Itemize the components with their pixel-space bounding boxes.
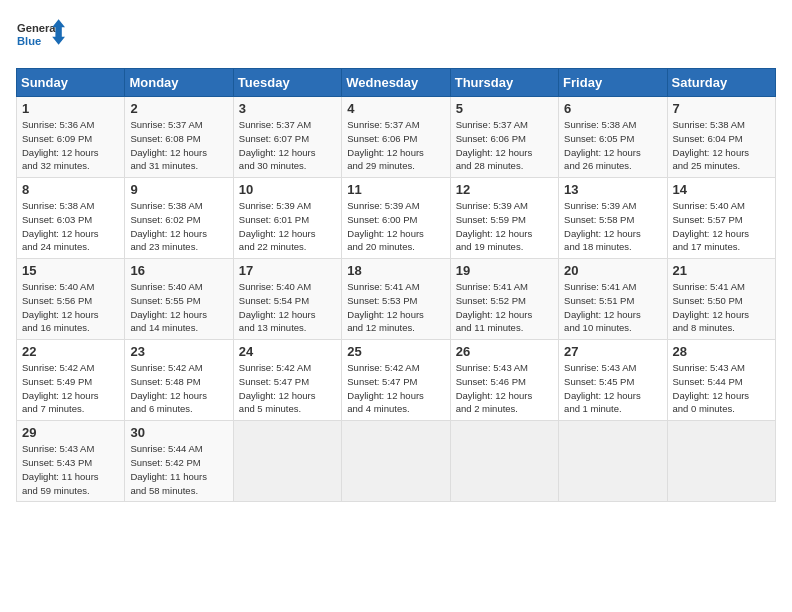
day-cell: 18Sunrise: 5:41 AM Sunset: 5:53 PM Dayli… bbox=[342, 259, 450, 340]
day-number: 29 bbox=[22, 425, 119, 440]
day-number: 12 bbox=[456, 182, 553, 197]
day-cell: 14Sunrise: 5:40 AM Sunset: 5:57 PM Dayli… bbox=[667, 178, 775, 259]
day-cell: 15Sunrise: 5:40 AM Sunset: 5:56 PM Dayli… bbox=[17, 259, 125, 340]
day-cell: 19Sunrise: 5:41 AM Sunset: 5:52 PM Dayli… bbox=[450, 259, 558, 340]
col-header-monday: Monday bbox=[125, 69, 233, 97]
day-number: 24 bbox=[239, 344, 336, 359]
svg-text:General: General bbox=[17, 22, 59, 34]
day-number: 17 bbox=[239, 263, 336, 278]
week-row-4: 22Sunrise: 5:42 AM Sunset: 5:49 PM Dayli… bbox=[17, 340, 776, 421]
day-number: 11 bbox=[347, 182, 444, 197]
day-info: Sunrise: 5:40 AM Sunset: 5:54 PM Dayligh… bbox=[239, 280, 336, 335]
day-info: Sunrise: 5:41 AM Sunset: 5:51 PM Dayligh… bbox=[564, 280, 661, 335]
day-number: 25 bbox=[347, 344, 444, 359]
day-number: 6 bbox=[564, 101, 661, 116]
day-number: 7 bbox=[673, 101, 770, 116]
day-cell: 12Sunrise: 5:39 AM Sunset: 5:59 PM Dayli… bbox=[450, 178, 558, 259]
day-info: Sunrise: 5:42 AM Sunset: 5:47 PM Dayligh… bbox=[347, 361, 444, 416]
col-header-saturday: Saturday bbox=[667, 69, 775, 97]
day-info: Sunrise: 5:40 AM Sunset: 5:57 PM Dayligh… bbox=[673, 199, 770, 254]
day-info: Sunrise: 5:37 AM Sunset: 6:08 PM Dayligh… bbox=[130, 118, 227, 173]
day-info: Sunrise: 5:38 AM Sunset: 6:03 PM Dayligh… bbox=[22, 199, 119, 254]
day-number: 20 bbox=[564, 263, 661, 278]
day-cell bbox=[559, 421, 667, 502]
week-row-2: 8Sunrise: 5:38 AM Sunset: 6:03 PM Daylig… bbox=[17, 178, 776, 259]
day-info: Sunrise: 5:43 AM Sunset: 5:45 PM Dayligh… bbox=[564, 361, 661, 416]
svg-text:Blue: Blue bbox=[17, 35, 41, 47]
day-cell: 17Sunrise: 5:40 AM Sunset: 5:54 PM Dayli… bbox=[233, 259, 341, 340]
day-info: Sunrise: 5:39 AM Sunset: 5:59 PM Dayligh… bbox=[456, 199, 553, 254]
day-cell: 24Sunrise: 5:42 AM Sunset: 5:47 PM Dayli… bbox=[233, 340, 341, 421]
day-cell: 30Sunrise: 5:44 AM Sunset: 5:42 PM Dayli… bbox=[125, 421, 233, 502]
day-number: 19 bbox=[456, 263, 553, 278]
day-cell: 3Sunrise: 5:37 AM Sunset: 6:07 PM Daylig… bbox=[233, 97, 341, 178]
day-cell: 6Sunrise: 5:38 AM Sunset: 6:05 PM Daylig… bbox=[559, 97, 667, 178]
col-header-friday: Friday bbox=[559, 69, 667, 97]
day-number: 27 bbox=[564, 344, 661, 359]
page-header: General Blue bbox=[16, 16, 776, 56]
header-row: SundayMondayTuesdayWednesdayThursdayFrid… bbox=[17, 69, 776, 97]
week-row-1: 1Sunrise: 5:36 AM Sunset: 6:09 PM Daylig… bbox=[17, 97, 776, 178]
day-cell bbox=[450, 421, 558, 502]
day-number: 8 bbox=[22, 182, 119, 197]
day-number: 5 bbox=[456, 101, 553, 116]
day-info: Sunrise: 5:39 AM Sunset: 5:58 PM Dayligh… bbox=[564, 199, 661, 254]
day-number: 23 bbox=[130, 344, 227, 359]
day-cell: 5Sunrise: 5:37 AM Sunset: 6:06 PM Daylig… bbox=[450, 97, 558, 178]
day-cell: 8Sunrise: 5:38 AM Sunset: 6:03 PM Daylig… bbox=[17, 178, 125, 259]
col-header-sunday: Sunday bbox=[17, 69, 125, 97]
col-header-wednesday: Wednesday bbox=[342, 69, 450, 97]
day-number: 13 bbox=[564, 182, 661, 197]
day-info: Sunrise: 5:40 AM Sunset: 5:55 PM Dayligh… bbox=[130, 280, 227, 335]
day-number: 22 bbox=[22, 344, 119, 359]
day-number: 1 bbox=[22, 101, 119, 116]
day-info: Sunrise: 5:38 AM Sunset: 6:02 PM Dayligh… bbox=[130, 199, 227, 254]
day-cell: 22Sunrise: 5:42 AM Sunset: 5:49 PM Dayli… bbox=[17, 340, 125, 421]
day-number: 26 bbox=[456, 344, 553, 359]
day-info: Sunrise: 5:43 AM Sunset: 5:44 PM Dayligh… bbox=[673, 361, 770, 416]
day-cell bbox=[667, 421, 775, 502]
day-number: 10 bbox=[239, 182, 336, 197]
day-info: Sunrise: 5:39 AM Sunset: 6:00 PM Dayligh… bbox=[347, 199, 444, 254]
day-number: 9 bbox=[130, 182, 227, 197]
day-cell: 11Sunrise: 5:39 AM Sunset: 6:00 PM Dayli… bbox=[342, 178, 450, 259]
day-info: Sunrise: 5:42 AM Sunset: 5:47 PM Dayligh… bbox=[239, 361, 336, 416]
day-cell bbox=[342, 421, 450, 502]
col-header-tuesday: Tuesday bbox=[233, 69, 341, 97]
day-number: 18 bbox=[347, 263, 444, 278]
day-cell: 10Sunrise: 5:39 AM Sunset: 6:01 PM Dayli… bbox=[233, 178, 341, 259]
logo: General Blue bbox=[16, 16, 66, 56]
day-info: Sunrise: 5:37 AM Sunset: 6:06 PM Dayligh… bbox=[456, 118, 553, 173]
day-info: Sunrise: 5:40 AM Sunset: 5:56 PM Dayligh… bbox=[22, 280, 119, 335]
week-row-5: 29Sunrise: 5:43 AM Sunset: 5:43 PM Dayli… bbox=[17, 421, 776, 502]
day-cell: 23Sunrise: 5:42 AM Sunset: 5:48 PM Dayli… bbox=[125, 340, 233, 421]
col-header-thursday: Thursday bbox=[450, 69, 558, 97]
calendar-table: SundayMondayTuesdayWednesdayThursdayFrid… bbox=[16, 68, 776, 502]
day-cell: 1Sunrise: 5:36 AM Sunset: 6:09 PM Daylig… bbox=[17, 97, 125, 178]
day-number: 30 bbox=[130, 425, 227, 440]
day-info: Sunrise: 5:41 AM Sunset: 5:53 PM Dayligh… bbox=[347, 280, 444, 335]
day-cell: 2Sunrise: 5:37 AM Sunset: 6:08 PM Daylig… bbox=[125, 97, 233, 178]
day-cell: 20Sunrise: 5:41 AM Sunset: 5:51 PM Dayli… bbox=[559, 259, 667, 340]
day-number: 14 bbox=[673, 182, 770, 197]
day-cell: 13Sunrise: 5:39 AM Sunset: 5:58 PM Dayli… bbox=[559, 178, 667, 259]
day-info: Sunrise: 5:36 AM Sunset: 6:09 PM Dayligh… bbox=[22, 118, 119, 173]
day-info: Sunrise: 5:41 AM Sunset: 5:50 PM Dayligh… bbox=[673, 280, 770, 335]
day-cell: 29Sunrise: 5:43 AM Sunset: 5:43 PM Dayli… bbox=[17, 421, 125, 502]
day-cell bbox=[233, 421, 341, 502]
week-row-3: 15Sunrise: 5:40 AM Sunset: 5:56 PM Dayli… bbox=[17, 259, 776, 340]
day-number: 28 bbox=[673, 344, 770, 359]
day-info: Sunrise: 5:38 AM Sunset: 6:04 PM Dayligh… bbox=[673, 118, 770, 173]
day-info: Sunrise: 5:42 AM Sunset: 5:48 PM Dayligh… bbox=[130, 361, 227, 416]
day-cell: 28Sunrise: 5:43 AM Sunset: 5:44 PM Dayli… bbox=[667, 340, 775, 421]
day-number: 3 bbox=[239, 101, 336, 116]
day-info: Sunrise: 5:42 AM Sunset: 5:49 PM Dayligh… bbox=[22, 361, 119, 416]
day-cell: 26Sunrise: 5:43 AM Sunset: 5:46 PM Dayli… bbox=[450, 340, 558, 421]
day-info: Sunrise: 5:38 AM Sunset: 6:05 PM Dayligh… bbox=[564, 118, 661, 173]
day-cell: 27Sunrise: 5:43 AM Sunset: 5:45 PM Dayli… bbox=[559, 340, 667, 421]
day-info: Sunrise: 5:37 AM Sunset: 6:06 PM Dayligh… bbox=[347, 118, 444, 173]
logo-bird-icon: General Blue bbox=[16, 16, 66, 56]
day-cell: 25Sunrise: 5:42 AM Sunset: 5:47 PM Dayli… bbox=[342, 340, 450, 421]
day-cell: 7Sunrise: 5:38 AM Sunset: 6:04 PM Daylig… bbox=[667, 97, 775, 178]
day-info: Sunrise: 5:44 AM Sunset: 5:42 PM Dayligh… bbox=[130, 442, 227, 497]
